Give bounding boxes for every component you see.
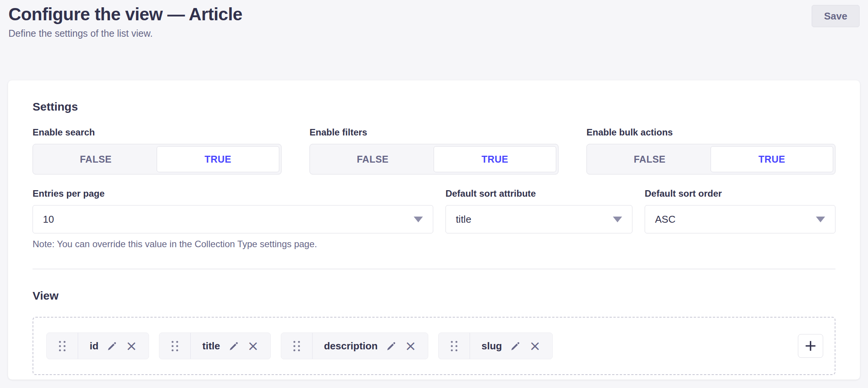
edit-field-button[interactable] <box>107 341 117 351</box>
enable-search-false-option[interactable]: FALSE <box>35 146 157 172</box>
remove-field-button[interactable]: × <box>247 339 259 353</box>
default-sort-attribute-value: title <box>456 214 471 225</box>
close-icon: × <box>247 339 259 353</box>
drag-handle-icon <box>293 341 300 351</box>
enable-search-label: Enable search <box>33 127 282 138</box>
enable-bulk-actions-group: Enable bulk actions FALSE TRUE <box>586 127 835 174</box>
page-title: Configure the view — Article <box>8 5 860 24</box>
drag-handle-icon <box>451 341 457 351</box>
chevron-down-icon <box>414 217 423 222</box>
page-subtitle: Define the settings of the list view. <box>8 28 860 39</box>
default-sort-order-group: Default sort order ASC <box>645 188 835 249</box>
remove-field-button[interactable]: × <box>405 339 416 353</box>
field-list-dropzone: id × title <box>33 317 835 375</box>
enable-filters-true-option[interactable]: TRUE <box>434 146 556 172</box>
sort-settings-row: Entries per page 10 Note: You can overri… <box>33 188 835 249</box>
field-chip-label: description <box>324 340 378 352</box>
edit-field-button[interactable] <box>386 341 396 351</box>
settings-section-heading: Settings <box>33 100 835 113</box>
edit-field-button[interactable] <box>229 341 239 351</box>
enable-filters-group: Enable filters FALSE TRUE <box>310 127 558 174</box>
remove-field-button[interactable]: × <box>529 339 540 353</box>
view-section-heading: View <box>33 289 835 302</box>
drag-handle[interactable] <box>47 333 78 359</box>
enable-search-true-option[interactable]: TRUE <box>157 146 279 172</box>
entries-per-page-select[interactable]: 10 <box>33 205 433 233</box>
drag-handle[interactable] <box>281 333 313 359</box>
settings-card: Settings Enable search FALSE TRUE Enable… <box>8 80 860 380</box>
field-chip-label: id <box>90 340 98 352</box>
enable-search-group: Enable search FALSE TRUE <box>33 127 282 174</box>
default-sort-order-select[interactable]: ASC <box>645 205 835 233</box>
drag-handle[interactable] <box>439 333 470 359</box>
pencil-icon <box>229 341 239 351</box>
field-chip-label: slug <box>481 340 502 352</box>
field-chip-slug: slug × <box>438 333 553 359</box>
close-icon: × <box>126 339 137 353</box>
close-icon: × <box>529 339 540 353</box>
enable-filters-label: Enable filters <box>310 127 558 138</box>
entries-per-page-group: Entries per page 10 Note: You can overri… <box>33 188 433 249</box>
default-sort-attribute-select[interactable]: title <box>445 205 632 233</box>
pencil-icon <box>386 341 396 351</box>
enable-filters-false-option[interactable]: FALSE <box>312 146 434 172</box>
default-sort-attribute-label: Default sort attribute <box>445 188 632 199</box>
page-header: Configure the view — Article Define the … <box>0 0 868 39</box>
enable-bulk-actions-true-option[interactable]: TRUE <box>711 146 833 172</box>
field-chip-description: description × <box>281 333 428 359</box>
pencil-icon <box>107 341 117 351</box>
pencil-icon <box>510 341 521 351</box>
enable-bulk-actions-label: Enable bulk actions <box>586 127 835 138</box>
chevron-down-icon <box>613 217 622 222</box>
remove-field-button[interactable]: × <box>126 339 137 353</box>
field-chip-title: title × <box>159 333 270 359</box>
entries-per-page-value: 10 <box>43 214 54 225</box>
enable-search-toggle: FALSE TRUE <box>33 144 282 174</box>
chevron-down-icon <box>816 217 825 222</box>
save-button[interactable]: Save <box>812 5 860 27</box>
entries-per-page-label: Entries per page <box>33 188 433 199</box>
drag-handle-icon <box>59 341 66 351</box>
edit-field-button[interactable] <box>510 341 521 351</box>
enable-bulk-actions-toggle: FALSE TRUE <box>586 144 835 174</box>
entries-per-page-note: Note: You can override this value in the… <box>33 239 433 249</box>
section-divider <box>33 269 835 269</box>
default-sort-attribute-group: Default sort attribute title <box>445 188 632 249</box>
drag-handle[interactable] <box>159 333 191 359</box>
drag-handle-icon <box>172 341 178 351</box>
default-sort-order-label: Default sort order <box>645 188 835 199</box>
toggles-row: Enable search FALSE TRUE Enable filters … <box>33 127 835 174</box>
plus-icon <box>804 339 817 352</box>
add-field-button[interactable] <box>798 334 823 358</box>
field-chip-label: title <box>202 340 220 352</box>
field-chip-id: id × <box>46 333 149 359</box>
enable-bulk-actions-false-option[interactable]: FALSE <box>589 146 711 172</box>
close-icon: × <box>405 339 416 353</box>
enable-filters-toggle: FALSE TRUE <box>310 144 558 174</box>
default-sort-order-value: ASC <box>655 214 675 225</box>
